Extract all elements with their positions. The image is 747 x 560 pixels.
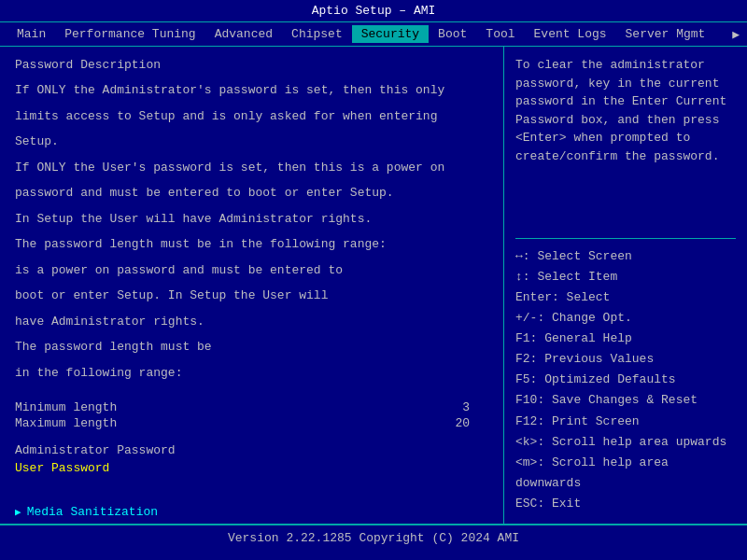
key-hint-line: Enter: Select: [515, 287, 736, 308]
key-hint-line: F1: General Help: [515, 329, 736, 349]
menu-item-tool[interactable]: Tool: [476, 25, 524, 43]
admin-password-label: Administrator Password: [15, 443, 488, 457]
description-lines: If ONLY the Administrator's password is …: [15, 81, 488, 382]
field-label: Minimum length: [15, 400, 117, 414]
menu-item-chipset[interactable]: Chipset: [282, 25, 352, 43]
key-hint-line: F2: Previous Values: [515, 349, 736, 370]
field-label: Maximum length: [15, 416, 117, 430]
footer: Version 2.22.1285 Copyright (C) 2024 AMI: [0, 525, 747, 551]
field-value: 3: [462, 400, 488, 414]
description-line: is a power on password and must be enter…: [15, 261, 488, 280]
menu-item-main[interactable]: Main: [7, 25, 55, 43]
description-line: The password length must be: [15, 338, 488, 357]
submenu-list: ▶Media Sanitization▶Secure Boot: [15, 505, 488, 524]
description-line: password and must be entered to boot or …: [15, 184, 488, 203]
field-value: 20: [455, 416, 488, 430]
right-panel: To clear the administrator password, key…: [504, 47, 747, 524]
menu-item-boot[interactable]: Boot: [429, 25, 476, 43]
description-line: limits access to Setup and is only asked…: [15, 107, 488, 126]
menu-item-performance[interactable]: Performance Tuning: [55, 25, 204, 43]
help-divider: [515, 238, 736, 239]
key-hint-line: F12: Print Screen: [515, 412, 736, 432]
description-line: The password length must be in the follo…: [15, 235, 488, 254]
description-line: In Setup the User will have Administrato…: [15, 210, 488, 229]
key-hint-line: F10: Save Changes & Reset: [515, 390, 736, 411]
menu-item-event_logs[interactable]: Event Logs: [525, 25, 616, 43]
key-hint-line: F5: Optimized Defaults: [515, 370, 736, 390]
menu-bar: MainPerformance TuningAdvancedChipsetSec…: [0, 22, 747, 47]
key-hint-line: ESC: Exit: [515, 494, 736, 514]
submenu-item-media-sanitization[interactable]: ▶Media Sanitization: [15, 505, 488, 519]
description-title: Password Description: [15, 58, 488, 72]
menu-item-security[interactable]: Security: [352, 25, 429, 43]
help-text: To clear the administrator password, key…: [515, 56, 736, 231]
description-line: have Administrator rights.: [15, 313, 488, 331]
user-password-link[interactable]: User Password: [15, 461, 488, 475]
field-row: Minimum length3: [15, 400, 488, 414]
key-hint-line: +/-: Change Opt.: [515, 308, 736, 329]
description-line: Setup.: [15, 133, 488, 151]
key-hint-line: ↕: Select Item: [515, 267, 736, 287]
field-rows: Minimum length3Maximum length20: [15, 400, 488, 430]
submenu-arrow-icon: ▶: [15, 506, 21, 518]
submenu-label: Media Sanitization: [27, 505, 158, 519]
menu-item-advanced[interactable]: Advanced: [205, 25, 282, 43]
menu-item-server_mgmt[interactable]: Server Mgmt: [616, 25, 715, 43]
description-line: in the following range:: [15, 364, 488, 383]
description-line: If ONLY the User's password is set, then…: [15, 159, 488, 177]
description-line: boot or enter Setup. In Setup the User w…: [15, 287, 488, 305]
description-line: If ONLY the Administrator's password is …: [15, 81, 488, 100]
key-hint-line: <m>: Scroll help area downwards: [515, 453, 736, 494]
key-hint-line: ↔: Select Screen: [515, 246, 736, 267]
left-panel: Password Description If ONLY the Adminis…: [0, 47, 504, 524]
title-text: Aptio Setup – AMI: [312, 4, 436, 18]
key-hints: ↔: Select Screen↕: Select ItemEnter: Sel…: [515, 246, 736, 514]
main-content: Password Description If ONLY the Adminis…: [0, 47, 747, 525]
key-hint-line: <k>: Scroll help area upwards: [515, 432, 736, 453]
field-row: Maximum length20: [15, 416, 488, 430]
menu-scroll-arrow: ▶: [732, 27, 740, 42]
title-bar: Aptio Setup – AMI: [0, 0, 747, 22]
footer-text: Version 2.22.1285 Copyright (C) 2024 AMI: [228, 531, 519, 545]
